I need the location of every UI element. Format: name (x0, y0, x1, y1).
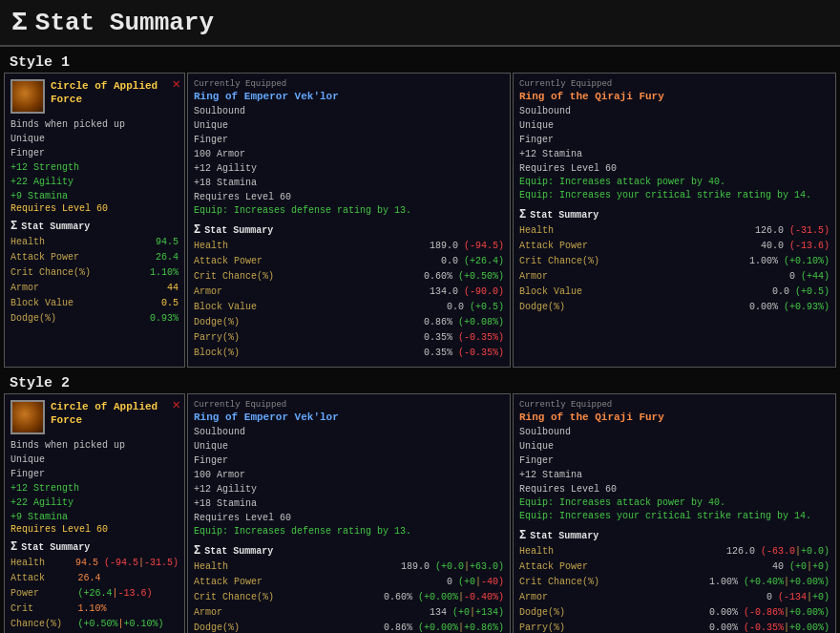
item2-level: Requires Level 60 (10, 524, 178, 535)
eq2-type: Soulbound (519, 104, 830, 118)
eq2-health: Health 126.0 (-31.5) (519, 223, 830, 239)
item-binds: Binds when picked up (10, 117, 178, 132)
sigma-icon: Σ (11, 8, 28, 37)
page-title: Stat Summary (35, 9, 214, 37)
equipped1-label: Currently Equipped (194, 79, 504, 89)
item-icon (10, 79, 45, 114)
item-str: +12 Strength (10, 160, 178, 175)
eq1-armor: Armor 134.0 (-90.0) (194, 285, 504, 300)
eq1-type: Soulbound (194, 104, 504, 118)
style1-label: Style 1 (4, 51, 836, 73)
eq1-parry: Parry(%) 0.35% (-0.35%) (194, 330, 504, 346)
stat2-summary-header: Σ Stat Summary (10, 540, 178, 554)
eq1-armor: 100 Armor (194, 147, 504, 161)
stat-row-block: Block Value 0.5 (10, 296, 178, 311)
s2-eq1-label: Currently Equipped (194, 400, 504, 410)
main-content: Style 1 Circle of Applied Force ✕ Binds … (0, 47, 840, 633)
item2-agi: +22 Agility (10, 496, 178, 510)
eq1-agi: +12 Agility (194, 161, 504, 176)
equipped1-name: Ring of Emperor Vek'lor (194, 91, 504, 102)
stat-row-health: Health 94.5 (10, 235, 178, 250)
eq2-slot: Finger (519, 133, 830, 147)
s2eq2-ap: Attack Power 40 (+0|+0) (519, 559, 830, 575)
stat-row-ap: Attack Power 26.4 (10, 250, 178, 265)
eq1-dodge: Dodge(%) 0.86% (+0.08%) (194, 315, 504, 330)
eq1-stat-header: Σ Stat Summary (194, 223, 504, 237)
eq2-stam: +12 Stamina (519, 147, 830, 161)
s2-eq1-name: Ring of Emperor Vek'lor (194, 411, 504, 423)
eq1-level: Requires Level 60 (194, 190, 504, 204)
s2-ap: Attack Power 26.4 (+26.4|-13.6) (10, 571, 178, 601)
s2eq1-dodge: Dodge(%) 0.86% (+0.00%|+0.86%) (194, 621, 504, 633)
item-stam: +9 Stamina (10, 189, 178, 203)
item-name: Circle of Applied Force (51, 79, 178, 107)
equipped2-label: Currently Equipped (519, 79, 830, 89)
eq1-equip: Equip: Increases defense rating by 13. (194, 204, 504, 218)
style2-equipped1-panel: Currently Equipped Ring of Emperor Vek'l… (187, 393, 511, 633)
eq1-health: Health 189.0 (-94.5) (194, 239, 504, 254)
style1-equipped2-panel: Currently Equipped Ring of the Qiraji Fu… (513, 73, 836, 368)
s2eq2-crit: Crit Chance(%) 1.00% (+0.40%|+0.00%) (519, 575, 830, 590)
eq2-dodge: Dodge(%) 0.00% (+0.93%) (519, 300, 830, 315)
eq1-crit: Crit Chance(%) 0.60% (+0.50%) (194, 269, 504, 285)
s2-health: Health 94.5 (-94.5|-31.5) (10, 556, 178, 571)
s2eq1-stat-header: Σ Stat Summary (194, 544, 504, 558)
item-unique: Unique (10, 132, 178, 146)
close-button-2[interactable]: ✕ (173, 398, 180, 411)
style2-item-panel: Circle of Applied Force ✕ Binds when pic… (4, 393, 185, 633)
item-icon-2 (10, 400, 45, 434)
item2-str: +12 Strength (10, 481, 178, 496)
s2eq2-health: Health 126.0 (-63.0|+0.0) (519, 544, 830, 559)
header: Σ Stat Summary (0, 0, 840, 47)
eq2-blockval: Block Value 0.0 (+0.5) (519, 285, 830, 300)
eq2-armor: Armor 0 (+44) (519, 269, 830, 285)
eq1-unique: Unique (194, 118, 504, 133)
item-level: Requires Level 60 (10, 203, 178, 214)
eq1-stam: +18 Stamina (194, 176, 504, 190)
stat-row-crit: Crit Chance(%) 1.10% (10, 265, 178, 281)
stat-row-armor: Armor 44 (10, 281, 178, 296)
item2-slot: Finger (10, 467, 178, 481)
sigma-small-icon: Σ (10, 220, 17, 233)
eq2-equip2: Equip: Increases your critical strike ra… (519, 189, 830, 202)
s2eq1-armor: Armor 134 (+0|+134) (194, 605, 504, 621)
s2eq1-crit: Crit Chance(%) 0.60% (+0.00%|-0.40%) (194, 590, 504, 605)
stat-summary-header: Σ Stat Summary (10, 220, 178, 233)
equipped2-name: Ring of the Qiraji Fury (519, 91, 830, 102)
s2eq2-armor: Armor 0 (-134|+0) (519, 590, 830, 605)
eq2-equip1: Equip: Increases attack power by 40. (519, 176, 830, 189)
s2eq1-ap: Attack Power 0 (+0|-40) (194, 575, 504, 590)
style1-row: Circle of Applied Force ✕ Binds when pic… (4, 73, 836, 368)
eq2-level: Requires Level 60 (519, 161, 830, 176)
eq1-slot: Finger (194, 133, 504, 147)
s2-crit: Crit Chance(%) 1.10% (+0.50%|+0.10%) (10, 601, 178, 632)
style2-equipped2-panel: Currently Equipped Ring of the Qiraji Fu… (513, 393, 836, 633)
eq2-ap: Attack Power 40.0 (-13.6) (519, 239, 830, 254)
item2-binds: Binds when picked up (10, 438, 178, 453)
item-slot: Finger (10, 146, 178, 160)
s2eq2-dodge: Dodge(%) 0.00% (-0.86%|+0.00%) (519, 605, 830, 621)
s2eq2-parry: Parry(%) 0.00% (-0.35%|+0.00%) (519, 621, 830, 633)
stat-row-dodge: Dodge(%) 0.93% (10, 311, 178, 327)
eq2-crit: Crit Chance(%) 1.00% (+0.10%) (519, 254, 830, 269)
eq1-block: Block(%) 0.35% (-0.35%) (194, 346, 504, 361)
item-name-2: Circle of Applied Force (51, 400, 178, 428)
s2-eq2-name: Ring of the Qiraji Fury (519, 411, 830, 423)
item2-unique: Unique (10, 453, 178, 467)
eq2-stat-header: Σ Stat Summary (519, 208, 830, 222)
style2-label: Style 2 (4, 371, 836, 393)
style2-row: Circle of Applied Force ✕ Binds when pic… (4, 393, 836, 633)
style1-equipped1-panel: Currently Equipped Ring of Emperor Vek'l… (187, 73, 511, 368)
item2-stam: +9 Stamina (10, 510, 178, 524)
eq2-unique: Unique (519, 118, 830, 133)
s2eq2-stat-header: Σ Stat Summary (519, 529, 830, 542)
s2-eq2-label: Currently Equipped (519, 400, 830, 410)
style1-item-panel: Circle of Applied Force ✕ Binds when pic… (4, 73, 185, 368)
item-agi: +22 Agility (10, 175, 178, 189)
eq1-blockval: Block Value 0.0 (+0.5) (194, 300, 504, 315)
s2eq1-health: Health 189.0 (+0.0|+63.0) (194, 559, 504, 575)
close-button[interactable]: ✕ (173, 77, 180, 91)
eq1-ap: Attack Power 0.0 (+26.4) (194, 254, 504, 269)
